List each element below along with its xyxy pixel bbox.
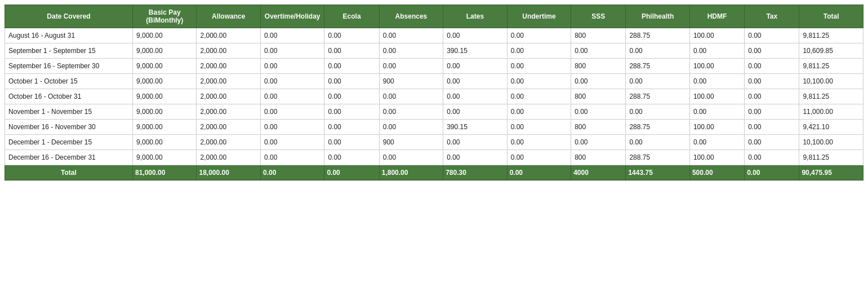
cell-date: November 16 - November 30	[5, 120, 133, 135]
cell-sss: 800	[571, 28, 626, 43]
cell-lates: 0.00	[443, 59, 507, 74]
cell-sss: 0.00	[571, 135, 626, 150]
cell-absences: 0.00	[379, 89, 443, 104]
cell-hdmf: 100.00	[689, 120, 744, 135]
cell-allowance: 2,000.00	[197, 120, 260, 135]
header-tax: Tax	[745, 5, 799, 28]
header-undertime: Undertime	[507, 5, 571, 28]
header-ecola: Ecola	[324, 5, 379, 28]
cell-undertime: 0.00	[507, 135, 571, 150]
cell-ot: 0.00	[260, 120, 324, 135]
cell-date: December 1 - December 15	[5, 135, 133, 150]
cell-tax: 0.00	[745, 59, 799, 74]
cell-total: 9,421.10	[799, 120, 863, 135]
cell-ot: 0.00	[260, 150, 324, 165]
cell-undertime: 0.00	[507, 74, 571, 89]
footer-tax: 0.00	[745, 165, 799, 181]
table-row: October 16 - October 319,000.002,000.000…	[5, 89, 863, 104]
cell-philhealth: 288.75	[626, 89, 689, 104]
cell-philhealth: 288.75	[626, 150, 689, 165]
cell-hdmf: 100.00	[689, 28, 744, 43]
cell-sss: 800	[571, 59, 626, 74]
cell-philhealth: 0.00	[626, 43, 689, 59]
cell-philhealth: 288.75	[626, 120, 689, 135]
cell-ot: 0.00	[260, 104, 324, 120]
cell-date: August 16 - August 31	[5, 28, 133, 43]
cell-lates: 0.00	[443, 74, 507, 89]
table-row: August 16 - August 319,000.002,000.000.0…	[5, 28, 863, 43]
cell-allowance: 2,000.00	[197, 104, 260, 120]
cell-ecola: 0.00	[324, 120, 379, 135]
cell-absences: 0.00	[379, 120, 443, 135]
cell-date: November 1 - November 15	[5, 104, 133, 120]
cell-lates: 0.00	[443, 135, 507, 150]
footer-basic: 81,000.00	[132, 165, 196, 181]
cell-lates: 390.15	[443, 43, 507, 59]
header-absences: Absences	[379, 5, 443, 28]
footer-total: 90,475.95	[799, 165, 863, 181]
cell-total: 10,100.00	[799, 135, 863, 150]
cell-ot: 0.00	[260, 28, 324, 43]
cell-ot: 0.00	[260, 135, 324, 150]
cell-lates: 0.00	[443, 89, 507, 104]
cell-tax: 0.00	[745, 74, 799, 89]
cell-sss: 800	[571, 120, 626, 135]
cell-basic: 9,000.00	[132, 104, 196, 120]
header-lates: Lates	[443, 5, 507, 28]
footer-allowance: 18,000.00	[197, 165, 260, 181]
cell-undertime: 0.00	[507, 104, 571, 120]
cell-total: 10,609.85	[799, 43, 863, 59]
cell-undertime: 0.00	[507, 120, 571, 135]
payroll-table: Date Covered Basic Pay (BiMonthly) Allow…	[5, 5, 863, 181]
cell-ecola: 0.00	[324, 74, 379, 89]
cell-sss: 0.00	[571, 74, 626, 89]
cell-absences: 900	[379, 74, 443, 89]
cell-total: 9,811.25	[799, 150, 863, 165]
cell-allowance: 2,000.00	[197, 150, 260, 165]
footer-undertime: 0.00	[507, 165, 571, 181]
cell-ecola: 0.00	[324, 59, 379, 74]
footer-hdmf: 500.00	[689, 165, 744, 181]
header-basic: Basic Pay (BiMonthly)	[132, 5, 196, 28]
header-total: Total	[799, 5, 863, 28]
table-row: November 1 - November 159,000.002,000.00…	[5, 104, 863, 120]
header-date: Date Covered	[5, 5, 133, 28]
footer-ecola: 0.00	[324, 165, 379, 181]
cell-sss: 800	[571, 150, 626, 165]
footer-label: Total	[5, 165, 133, 181]
header-philhealth: Philhealth	[626, 5, 689, 28]
cell-hdmf: 0.00	[689, 43, 744, 59]
cell-basic: 9,000.00	[132, 43, 196, 59]
cell-total: 11,000.00	[799, 104, 863, 120]
cell-ecola: 0.00	[324, 135, 379, 150]
cell-hdmf: 0.00	[689, 104, 744, 120]
cell-absences: 0.00	[379, 59, 443, 74]
table-row: September 16 - September 309,000.002,000…	[5, 59, 863, 74]
cell-sss: 0.00	[571, 104, 626, 120]
footer-row: Total 81,000.00 18,000.00 0.00 0.00 1,80…	[5, 165, 863, 181]
header-hdmf: HDMF	[689, 5, 744, 28]
cell-undertime: 0.00	[507, 89, 571, 104]
cell-tax: 0.00	[745, 120, 799, 135]
cell-philhealth: 0.00	[626, 135, 689, 150]
cell-hdmf: 100.00	[689, 89, 744, 104]
cell-allowance: 2,000.00	[197, 89, 260, 104]
footer-philhealth: 1443.75	[626, 165, 689, 181]
cell-date: September 1 - September 15	[5, 43, 133, 59]
cell-tax: 0.00	[745, 135, 799, 150]
cell-tax: 0.00	[745, 28, 799, 43]
cell-total: 10,100.00	[799, 74, 863, 89]
cell-allowance: 2,000.00	[197, 59, 260, 74]
cell-philhealth: 288.75	[626, 28, 689, 43]
footer-lates: 780.30	[443, 165, 507, 181]
cell-allowance: 2,000.00	[197, 28, 260, 43]
cell-total: 9,811.25	[799, 28, 863, 43]
cell-tax: 0.00	[745, 43, 799, 59]
cell-basic: 9,000.00	[132, 59, 196, 74]
cell-total: 9,811.25	[799, 59, 863, 74]
cell-tax: 0.00	[745, 104, 799, 120]
cell-philhealth: 0.00	[626, 104, 689, 120]
cell-date: October 1 - October 15	[5, 74, 133, 89]
cell-ot: 0.00	[260, 89, 324, 104]
cell-basic: 9,000.00	[132, 74, 196, 89]
